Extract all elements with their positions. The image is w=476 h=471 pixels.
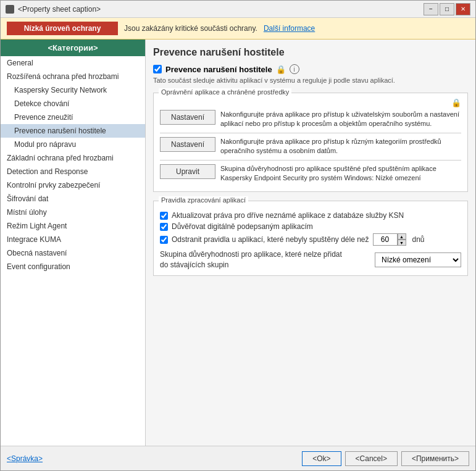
settings-row-2: Nastavení Nakonfigurujte práva aplikace …	[160, 137, 461, 156]
spinner-input: ▲ ▼	[373, 233, 406, 246]
sidebar-item-zakladni[interactable]: Základní ochrana před hrozbami	[1, 151, 145, 165]
cancel-button[interactable]: <Cancel>	[345, 451, 398, 466]
cb-label-3[interactable]: Odstranit pravidla u aplikací, které neb…	[172, 235, 369, 244]
sidebar-item-detekce[interactable]: Detekce chování	[1, 97, 145, 110]
app-icon	[6, 5, 14, 14]
sidebar-item-mistni[interactable]: Místní úlohy	[1, 206, 145, 219]
sidebar-header: <Категории>	[1, 40, 145, 56]
sidebar-item-prevence-naruseni[interactable]: Prevence narušení hostitele	[1, 124, 145, 138]
sidebar-item-rezim[interactable]: Režim Light Agent	[1, 219, 145, 233]
settings-desc-2: Nakonfigurujte práva aplikace pro přístu…	[220, 137, 461, 156]
main-checkbox-label[interactable]: Prevence narušení hostitele	[165, 65, 272, 74]
lock-icon[interactable]: 🔒	[276, 65, 286, 74]
trust-group-select[interactable]: Nízké omezení Vysoké omezení Nedůvěryhod…	[375, 252, 461, 267]
settings-desc-1: Nakonfigurujte práva aplikace pro přístu…	[220, 110, 461, 129]
cb-row-1: Aktualizovat práva pro dříve neznámé apl…	[160, 211, 461, 220]
title-bar: <Property sheet caption> − □ ✕	[1, 1, 475, 18]
spinner-value[interactable]	[373, 233, 398, 246]
dropdown-label: Skupina důvěryhodnosti pro aplikace, kte…	[160, 249, 371, 270]
maximize-button[interactable]: □	[440, 3, 454, 15]
main-enable-checkbox[interactable]	[153, 65, 162, 73]
info-icon[interactable]: i	[290, 64, 299, 74]
apply-button[interactable]: <Применить>	[401, 451, 469, 466]
sidebar-item-event[interactable]: Event configuration	[1, 260, 145, 273]
sidebar-item-obecna[interactable]: Obecná nastavení	[1, 246, 145, 260]
content-area: Prevence narušení hostitele Prevence nar…	[146, 40, 475, 446]
main-window: <Property sheet caption> − □ ✕ Nízká úro…	[0, 0, 476, 471]
sidebar-item-integrace[interactable]: Integrace KUMA	[1, 233, 145, 246]
sidebar-item-sifrovani[interactable]: Šifrování dat	[1, 192, 145, 206]
alert-message: Jsou zakázány kritické součásti ochrany.	[124, 24, 257, 33]
ok-button[interactable]: <Ok>	[302, 451, 341, 466]
sidebar-item-detection-response[interactable]: Detection and Response	[1, 165, 145, 178]
sidebar: <Категории> General Rozšířená ochrana př…	[1, 40, 146, 446]
help-link[interactable]: <Správka>	[7, 454, 43, 463]
dropdown-row: Skupina důvěryhodnosti pro aplikace, kte…	[160, 249, 461, 270]
main-checkbox-row: Prevence narušení hostitele 🔒 i	[153, 64, 468, 74]
cb-row-2: Důvěřovat digitálně podepsaným aplikacím	[160, 222, 461, 231]
footer-buttons: <Ok> <Cancel> <Применить>	[302, 451, 469, 466]
alert-level-label: Nízká úroveň ochrany	[7, 22, 118, 35]
cb-label-2[interactable]: Důvěřovat digitálně podepsaným aplikacím	[172, 222, 313, 231]
content-title: Prevence narušení hostitele	[153, 47, 468, 58]
checkbox-digital[interactable]	[160, 223, 168, 231]
sidebar-item-kontrolni[interactable]: Kontrolní prvky zabezpečení	[1, 178, 145, 192]
sidebar-item-modul-napravu[interactable]: Modul pro nápravu	[1, 138, 145, 151]
group-opravneni: Oprávnění aplikace a chráněné prostředky…	[153, 93, 468, 192]
sidebar-item-rozsirena[interactable]: Rozšířená ochrana před hrozbami	[1, 70, 145, 83]
footer: <Správka> <Ok> <Cancel> <Применить>	[1, 446, 475, 470]
minimize-button[interactable]: −	[424, 3, 438, 15]
spinner-down[interactable]: ▼	[398, 240, 406, 246]
group-pravidla: Pravidla zpracování aplikací Aktualizova…	[153, 201, 468, 276]
group2-title: Pravidla zpracování aplikací	[159, 196, 248, 204]
checkbox-ksn[interactable]	[160, 212, 168, 220]
group1-title: Oprávnění aplikace a chráněné prostředky	[159, 88, 291, 96]
settings-desc-3: Skupina důvěryhodnosti pro aplikace spuš…	[220, 164, 461, 183]
close-button[interactable]: ✕	[456, 3, 470, 15]
separator-1	[160, 133, 461, 133]
cb-label-1[interactable]: Aktualizovat práva pro dříve neznámé apl…	[172, 211, 404, 220]
group1-lock-icon[interactable]: 🔒	[451, 98, 461, 107]
alert-link[interactable]: Další informace	[264, 24, 315, 33]
settings-row-1: Nastavení Nakonfigurujte práva aplikace …	[160, 110, 461, 129]
sidebar-item-prevence-zneuziti[interactable]: Prevence zneužití	[1, 110, 145, 124]
upravit-btn[interactable]: Upravit	[160, 164, 215, 179]
settings-row-3: Upravit Skupina důvěryhodnosti pro aplik…	[160, 164, 461, 183]
settings-btn-2[interactable]: Nastavení	[160, 137, 215, 152]
window-title: <Property sheet caption>	[18, 5, 101, 14]
main-content: <Категории> General Rozšířená ochrana př…	[1, 40, 475, 446]
settings-btn-1[interactable]: Nastavení	[160, 110, 215, 125]
alert-bar: Nízká úroveň ochrany Jsou zakázány kriti…	[1, 18, 475, 40]
spinner-up[interactable]: ▲	[398, 233, 406, 240]
spinner-unit: dnů	[412, 235, 425, 244]
subtitle-text: Tato součást sleduje aktivitu aplikací v…	[153, 77, 468, 84]
spinner-row: Odstranit pravidla u aplikací, které neb…	[160, 233, 461, 246]
sidebar-item-kaspersky[interactable]: Kaspersky Security Network	[1, 83, 145, 97]
separator-2	[160, 160, 461, 160]
checkbox-odstranit[interactable]	[160, 236, 168, 244]
sidebar-item-general[interactable]: General	[1, 56, 145, 70]
